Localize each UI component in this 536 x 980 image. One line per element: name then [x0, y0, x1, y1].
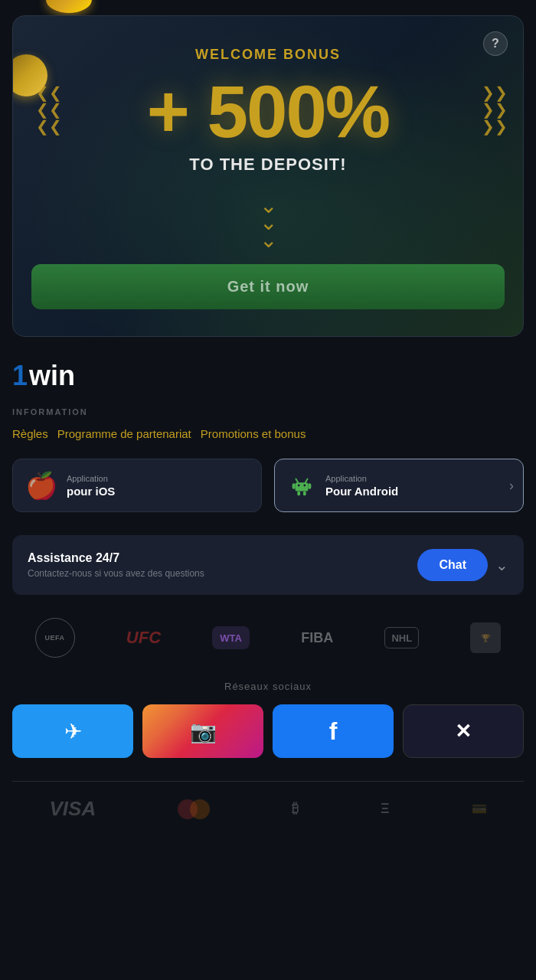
- info-links-container: Règles Programme de partenariat Promotio…: [12, 427, 524, 440]
- android-app-label: Application: [325, 474, 398, 483]
- social-section-label: Réseaux sociaux: [12, 681, 524, 692]
- social-grid: ✈ 📷 f ✕: [12, 704, 524, 758]
- partners-section: UEFA UFC WTA FIBA NHL 🏆: [12, 618, 524, 658]
- ios-app-card[interactable]: 🍎 Application pour iOS: [12, 459, 262, 512]
- welcome-bonus-label: WELCOME BONUS: [31, 47, 505, 63]
- payment-icon: 💳: [472, 802, 487, 816]
- assistance-text: Assistance 24/7 Contactez-nous si vous a…: [28, 551, 204, 579]
- svg-rect-7: [309, 483, 312, 489]
- get-it-now-button[interactable]: Get it now: [31, 264, 505, 309]
- assistance-subtitle: Contactez-nous si vous avez des question…: [28, 568, 204, 579]
- facebook-button[interactable]: f: [273, 704, 394, 758]
- twitter-x-icon: ✕: [455, 720, 472, 743]
- assistance-title: Assistance 24/7: [28, 551, 204, 565]
- ios-app-name: pour iOS: [67, 485, 115, 498]
- assistance-right: Chat ⌄: [417, 549, 508, 581]
- crypto-logo-2: Ξ: [381, 801, 390, 817]
- social-section: Réseaux sociaux ✈ 📷 f ✕: [12, 681, 524, 758]
- bonus-section: ? ❮❮ ❮❮ ❮❮ ❯❯ ❯❯ ❯❯ WELCOME BONUS + 500%…: [0, 0, 536, 337]
- crypto-logo-1: ₿: [292, 801, 299, 817]
- visa-logo: VISA: [49, 797, 96, 821]
- twitter-x-button[interactable]: ✕: [403, 704, 524, 758]
- android-icon: [287, 471, 316, 500]
- partnership-link[interactable]: Programme de partenariat: [57, 427, 191, 440]
- partner-uefa-logo: UEFA: [35, 618, 75, 658]
- center-chevrons-decoration: ⌄ ⌄ ⌄: [31, 198, 505, 249]
- payment-section: VISA ₿ Ξ 💳: [12, 781, 524, 821]
- telegram-button[interactable]: ✈: [12, 704, 133, 758]
- logo-section: 1 win: [12, 360, 524, 392]
- apple-icon: 🍎: [25, 470, 57, 501]
- android-chevron-icon: ›: [509, 478, 514, 494]
- instagram-button[interactable]: 📷: [142, 704, 263, 758]
- svg-point-5: [303, 485, 306, 487]
- instagram-icon: 📷: [190, 719, 217, 744]
- mastercard-logo: [178, 799, 210, 819]
- apps-section: 🍎 Application pour iOS: [12, 459, 524, 512]
- information-section: INFORMATION Règles Programme de partenar…: [12, 407, 524, 440]
- ios-app-label: Application: [67, 474, 115, 483]
- assistance-section: Assistance 24/7 Contactez-nous si vous a…: [12, 535, 524, 595]
- bonus-card: ? ❮❮ ❮❮ ❮❮ ❯❯ ❯❯ ❯❯ WELCOME BONUS + 500%…: [12, 15, 524, 337]
- promotions-link[interactable]: Promotions et bonus: [201, 427, 306, 440]
- bonus-amount: + 500%: [31, 75, 505, 149]
- svg-point-4: [298, 485, 300, 487]
- partner-wta-logo: WTA: [212, 626, 250, 649]
- logo-win: win: [29, 360, 75, 392]
- telegram-icon: ✈: [64, 719, 82, 744]
- partner-ufc-logo: UFC: [126, 628, 161, 648]
- chat-button[interactable]: Chat: [417, 549, 488, 581]
- rules-link[interactable]: Règles: [12, 427, 48, 440]
- partner-extra-logo: 🏆: [470, 622, 501, 653]
- partner-nhl-logo: NHL: [384, 627, 419, 648]
- facebook-icon: f: [329, 717, 338, 746]
- bonus-subtitle: TO THE DEPOSIT!: [31, 155, 505, 175]
- android-app-name: Pour Android: [325, 485, 398, 498]
- logo-number: 1: [12, 360, 28, 392]
- svg-rect-8: [297, 492, 300, 496]
- android-app-card[interactable]: Application Pour Android ›: [274, 459, 524, 512]
- ios-app-text: Application pour iOS: [67, 474, 115, 498]
- svg-rect-1: [295, 482, 308, 491]
- svg-rect-6: [293, 483, 296, 489]
- partner-fiba-logo: FIBA: [301, 630, 333, 646]
- svg-rect-9: [303, 492, 306, 496]
- brand-logo: 1 win: [12, 360, 524, 392]
- info-section-label: INFORMATION: [12, 407, 524, 416]
- chevron-down-icon: ⌄: [260, 232, 277, 249]
- bonus-content: WELCOME BONUS + 500% TO THE DEPOSIT! ⌄ ⌄…: [31, 39, 505, 309]
- main-content: 1 win INFORMATION Règles Programme de pa…: [0, 337, 536, 821]
- android-app-text: Application Pour Android: [325, 474, 398, 498]
- dropdown-chevron-icon[interactable]: ⌄: [495, 556, 508, 574]
- coin-decoration-top: [46, 0, 92, 13]
- partners-row: UEFA UFC WTA FIBA NHL 🏆: [12, 618, 524, 658]
